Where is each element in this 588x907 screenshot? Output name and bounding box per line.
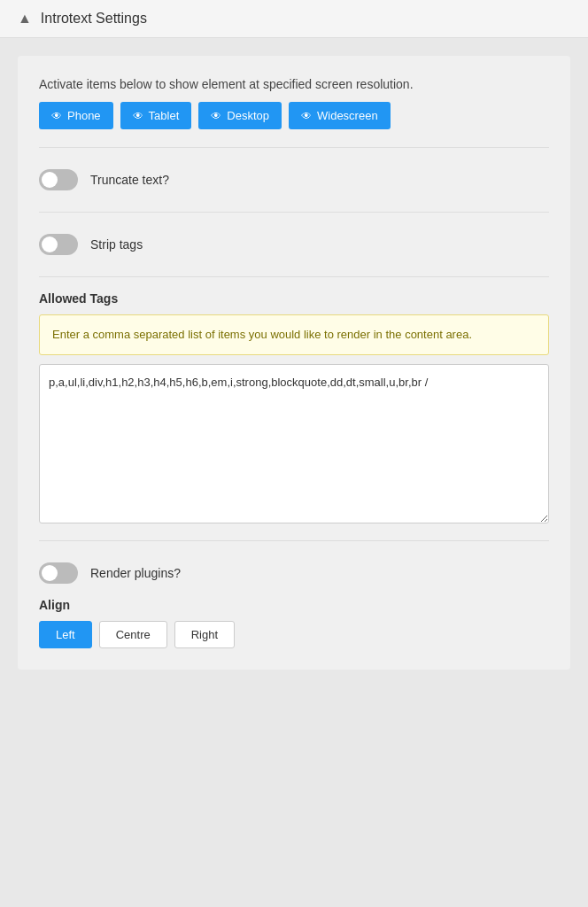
strip-tags-row: Strip tags: [39, 227, 549, 262]
divider-2: [39, 212, 549, 213]
strip-tags-slider: [39, 234, 78, 255]
main-content: Activate items below to show element at …: [0, 38, 588, 687]
render-plugins-row: Render plugins?: [39, 555, 549, 591]
settings-card: Activate items below to show element at …: [18, 56, 570, 670]
widescreen-label: Widescreen: [317, 109, 378, 122]
phone-button[interactable]: 👁 Phone: [39, 102, 113, 129]
resolution-buttons: 👁 Phone 👁 Tablet 👁 Desktop 👁 Widescreen: [39, 102, 549, 129]
eye-icon: 👁: [301, 110, 312, 122]
desktop-button[interactable]: 👁 Desktop: [198, 102, 282, 129]
eye-icon: 👁: [133, 110, 143, 122]
render-plugins-toggle[interactable]: [39, 562, 78, 584]
align-title: Align: [39, 598, 549, 612]
truncate-row: Truncate text?: [39, 162, 549, 198]
align-section: Align Left Centre Right: [39, 598, 549, 648]
allowed-tags-textarea[interactable]: [39, 364, 549, 523]
divider-1: [39, 147, 549, 148]
tablet-label: Tablet: [149, 109, 180, 122]
allowed-tags-title: Allowed Tags: [39, 291, 549, 306]
widescreen-button[interactable]: 👁 Widescreen: [289, 102, 391, 129]
truncate-label: Truncate text?: [90, 173, 169, 187]
strip-tags-label: Strip tags: [90, 237, 143, 252]
allowed-tags-hint: Enter a comma separated list of items yo…: [39, 314, 549, 355]
align-left-button[interactable]: Left: [39, 621, 92, 648]
page-title: Introtext Settings: [41, 11, 147, 27]
render-plugins-label: Render plugins?: [90, 566, 181, 580]
align-centre-button[interactable]: Centre: [99, 621, 167, 648]
activation-section: Activate items below to show element at …: [39, 77, 549, 129]
eye-icon: 👁: [211, 110, 221, 122]
divider-4: [39, 540, 549, 541]
header: ▲ Introtext Settings: [0, 0, 588, 38]
align-right-button[interactable]: Right: [174, 621, 235, 648]
allowed-tags-section: Allowed Tags Enter a comma separated lis…: [39, 291, 549, 526]
divider-3: [39, 276, 549, 277]
truncate-slider: [39, 169, 78, 190]
strip-tags-toggle[interactable]: [39, 234, 78, 255]
tablet-button[interactable]: 👁 Tablet: [120, 102, 192, 129]
collapse-icon[interactable]: ▲: [18, 11, 32, 27]
truncate-toggle[interactable]: [39, 169, 78, 190]
activation-label: Activate items below to show element at …: [39, 77, 549, 91]
phone-label: Phone: [67, 109, 101, 122]
eye-icon: 👁: [51, 110, 62, 122]
desktop-label: Desktop: [227, 109, 269, 122]
align-buttons: Left Centre Right: [39, 621, 549, 648]
render-plugins-slider: [39, 562, 78, 584]
